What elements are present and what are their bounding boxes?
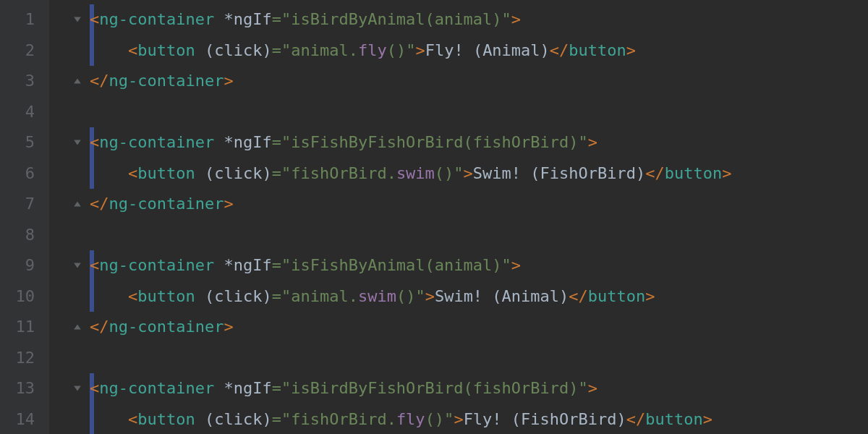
line-number: 6 <box>0 158 49 190</box>
fold-gutter-row <box>49 127 90 158</box>
fold-gutter-row <box>49 312 90 343</box>
line-number: 3 <box>0 66 49 97</box>
fold-close-icon[interactable] <box>72 76 82 86</box>
fold-gutter-row <box>49 158 90 190</box>
fold-gutter-row <box>49 35 90 67</box>
code-line[interactable]: </ng-container> <box>90 312 868 343</box>
line-number: 12 <box>0 343 49 374</box>
code-line[interactable]: <ng-container *ngIf="isFishByFishOrBird(… <box>90 127 868 158</box>
code-editor[interactable]: 1234567891011121314 <ng-container *ngIf=… <box>0 0 868 434</box>
line-number: 4 <box>0 97 49 128</box>
line-number-gutter: 1234567891011121314 <box>0 0 49 434</box>
fold-gutter-row <box>49 373 90 404</box>
fold-open-icon[interactable] <box>72 14 82 25</box>
fold-gutter-row <box>49 343 90 374</box>
fold-gutter <box>49 0 90 434</box>
ngif-attr: *ngIf <box>224 256 271 275</box>
fold-gutter-row <box>49 189 90 220</box>
fold-gutter-row <box>49 66 90 97</box>
ngif-attr: *ngIf <box>224 133 271 152</box>
fold-gutter-row <box>49 281 90 312</box>
fold-open-icon[interactable] <box>72 383 82 393</box>
code-line[interactable] <box>90 220 868 251</box>
fold-gutter-row <box>49 4 90 35</box>
line-number: 14 <box>0 404 49 435</box>
line-number: 10 <box>0 281 49 312</box>
line-number: 5 <box>0 127 49 158</box>
fold-open-icon[interactable] <box>72 137 82 148</box>
line-number: 13 <box>0 373 49 404</box>
code-line[interactable] <box>90 97 868 128</box>
line-number: 1 <box>0 4 49 35</box>
line-number: 9 <box>0 250 49 281</box>
code-line[interactable]: <ng-container *ngIf="isBirdByAnimal(anim… <box>90 4 868 35</box>
line-number: 7 <box>0 189 49 220</box>
code-line[interactable]: <ng-container *ngIf="isFishByAnimal(anim… <box>90 250 868 281</box>
code-line[interactable]: <button (click)="fishOrBird.swim()">Swim… <box>90 158 868 190</box>
fold-gutter-row <box>49 404 90 435</box>
code-line[interactable]: <button (click)="animal.fly()">Fly! (Ani… <box>90 35 868 67</box>
code-line[interactable] <box>90 343 868 374</box>
fold-open-icon[interactable] <box>72 260 82 271</box>
code-line[interactable]: </ng-container> <box>90 66 868 97</box>
line-number: 2 <box>0 35 49 67</box>
code-line[interactable]: <ng-container *ngIf="isBirdByFishOrBird(… <box>90 373 868 404</box>
line-number: 8 <box>0 220 49 251</box>
fold-gutter-row <box>49 250 90 281</box>
code-line[interactable]: </ng-container> <box>90 189 868 220</box>
code-line[interactable]: <button (click)="fishOrBird.fly()">Fly! … <box>90 404 868 435</box>
fold-close-icon[interactable] <box>72 322 82 332</box>
code-line[interactable]: <button (click)="animal.swim()">Swim! (A… <box>90 281 868 312</box>
code-area[interactable]: <ng-container *ngIf="isBirdByAnimal(anim… <box>90 0 868 434</box>
fold-close-icon[interactable] <box>72 199 82 209</box>
fold-gutter-row <box>49 220 90 251</box>
ngif-attr: *ngIf <box>224 379 271 398</box>
ngif-attr: *ngIf <box>224 10 271 29</box>
line-number: 11 <box>0 312 49 343</box>
fold-gutter-row <box>49 97 90 128</box>
